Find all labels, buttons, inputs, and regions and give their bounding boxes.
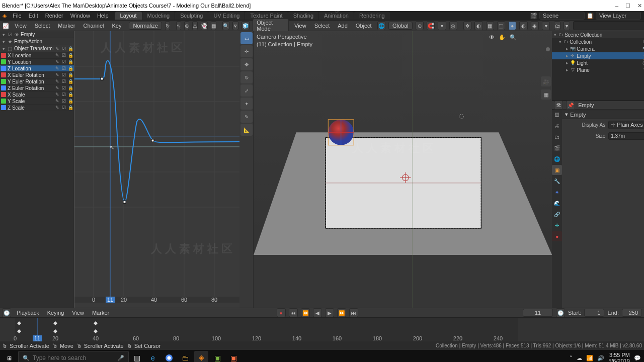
channel-group[interactable]: ▾ ⬚ Object Transforms ✎ ☑ 🔒 (0, 45, 74, 52)
pivot-icon[interactable]: ⊙ (416, 21, 424, 30)
channel-item[interactable]: Z Euler Rotation✎☑🔒 (0, 85, 74, 92)
tray-up-icon[interactable]: ˄ (570, 355, 573, 361)
tool-cursor-icon[interactable]: ✛ (240, 45, 253, 57)
tool-annotate-icon[interactable]: ✎ (240, 111, 253, 123)
normalize-toggle[interactable]: Normalize (129, 22, 162, 30)
outliner-collection[interactable]: ▾🗀 Collection ☑ 👁 ⦾ (552, 38, 644, 45)
search-icon[interactable]: 🔍 (222, 21, 229, 30)
current-frame-field[interactable]: 11 (523, 309, 553, 317)
outliner-tree[interactable]: ▾🗀 Scene Collection ▾🗀 Collection ☑ 👁 ⦾ … (552, 31, 644, 100)
vp-menu-select[interactable]: Select (312, 23, 333, 29)
orientation-icon[interactable]: 🌐 (377, 21, 385, 30)
ge-menu-marker[interactable]: Marker (55, 23, 77, 29)
play-icon[interactable]: ▶ (325, 308, 334, 317)
jump-end-icon[interactable]: ⏭ (349, 308, 358, 317)
channel-item[interactable]: Z Location✎☑🔒 (0, 65, 74, 72)
mute-icon[interactable]: ☑ (61, 46, 66, 51)
outliner-item[interactable]: ▸📷Camera📷👁⦾ (552, 45, 644, 52)
menu-file[interactable]: File (9, 13, 25, 19)
channel-item[interactable]: Y Euler Rotation✎☑🔒 (0, 78, 74, 85)
tab-shading[interactable]: Shading (288, 12, 318, 20)
channel-item[interactable]: Z Scale✎☑🔒 (0, 105, 74, 111)
viewport-canvas[interactable]: Camera Perspective (11) Collection | Emp… (254, 31, 552, 308)
vp-menu-view[interactable]: View (292, 23, 309, 29)
outliner-item[interactable]: ▸✛Empty♢ ▽ ∥👁⦾ (552, 52, 644, 59)
snap-cursor-icon[interactable]: ⊕ (184, 21, 189, 30)
viewlayer-icon[interactable]: 📋 (587, 13, 594, 19)
tl-menu-playback[interactable]: Playback (14, 310, 42, 316)
editor-type-icon[interactable]: 🗂 (554, 21, 560, 30)
jump-start-icon[interactable]: ⏮ (289, 308, 298, 317)
shading-opt-icon[interactable]: ▾ (542, 21, 550, 30)
cursor-tool-icon[interactable]: ↖ (176, 21, 181, 30)
shading-render-icon[interactable]: ◉ (531, 21, 539, 30)
play-rev-icon[interactable]: ◀ (313, 308, 322, 317)
start-button[interactable]: ⊞ (0, 350, 18, 362)
start-field[interactable]: 1 (584, 309, 604, 317)
editor-type-icon[interactable]: 📈 (2, 21, 9, 30)
minimize-icon[interactable]: – (615, 3, 618, 9)
tab-modifier-icon[interactable]: 🔧 (552, 176, 562, 186)
editor-type-icon[interactable]: 🧊 (242, 21, 250, 30)
end-field[interactable]: 250 (622, 309, 642, 317)
handles-icon[interactable]: ▦ (211, 21, 216, 30)
overlay-icon[interactable]: ◐ (474, 21, 482, 30)
chevron-down-icon[interactable]: ▾ (565, 111, 568, 118)
tab-world-icon[interactable]: 🌐 (552, 154, 562, 164)
notifications-icon[interactable]: 💬 (634, 355, 641, 361)
tool-transform-icon[interactable]: ✦ (240, 98, 253, 110)
warn-icon[interactable]: ⚠ (192, 21, 198, 30)
tool-select-icon[interactable]: ▭ (240, 32, 253, 44)
auto-normalize-icon[interactable]: ↻ (165, 21, 170, 30)
volume-icon[interactable]: 🔊 (597, 355, 604, 361)
app-green-icon[interactable]: ▣ (210, 351, 224, 362)
tab-object-icon[interactable]: ▣ (552, 165, 562, 175)
close-icon[interactable]: ✕ (637, 3, 642, 9)
snap-icon[interactable]: 🧲 (427, 21, 435, 30)
tool-move-icon[interactable]: ✥ (240, 58, 253, 70)
ghost-icon[interactable]: 👻 (201, 21, 208, 30)
tab-modeling[interactable]: Modeling (142, 12, 175, 20)
filter-icon[interactable]: ⛛ (232, 21, 238, 30)
outliner-item[interactable]: ▸💡Light◯👁⦾ (552, 59, 644, 66)
taskbar-search[interactable]: 🔍 🎤 (18, 351, 129, 362)
graph-canvas[interactable]: ↖ 0 20 40 60 80 11 (74, 31, 239, 308)
autokey-icon[interactable]: ● (277, 308, 286, 317)
mic-icon[interactable]: 🎤 (117, 355, 124, 361)
ge-menu-channel[interactable]: Channel (80, 23, 106, 29)
app-orange-icon[interactable]: ▣ (226, 351, 240, 362)
channel-item[interactable]: X Euler Rotation✎☑🔒 (0, 72, 74, 78)
display-mode-icon[interactable]: ▾ (564, 21, 570, 30)
cloud-icon[interactable]: ☁ (577, 355, 582, 361)
clock-date[interactable]: 5/6/2019 (608, 358, 630, 362)
zoom-camera-icon[interactable]: 🎥 (541, 76, 551, 86)
channel-list[interactable]: ▾ ☑👁 Empty ▾ ★ EmptyAction ▾ ⬚ Object Tr… (0, 31, 74, 308)
channel-item[interactable]: Y Scale✎☑🔒 (0, 98, 74, 105)
tab-animation[interactable]: Animation (319, 12, 354, 20)
channel-action[interactable]: ▾ ★ EmptyAction (0, 38, 74, 45)
tab-sculpting[interactable]: Sculpting (175, 12, 208, 20)
lock-range-icon[interactable]: 🕑 (556, 308, 565, 317)
pin-icon[interactable]: 📌 (566, 101, 575, 110)
gizmo-icon[interactable]: ✥ (463, 21, 471, 30)
explorer-icon[interactable]: 🗀 (178, 351, 192, 362)
keyframe-next-icon[interactable]: ⏩ (337, 308, 346, 317)
menu-render[interactable]: Render (42, 13, 67, 19)
menu-help[interactable]: Help (94, 13, 112, 19)
menu-window[interactable]: Window (67, 13, 94, 19)
editor-type-icon[interactable]: 🕐 (2, 308, 11, 317)
tab-uv[interactable]: UV Editing (208, 12, 245, 20)
menu-edit[interactable]: Edit (25, 13, 42, 19)
clock-time[interactable]: 3:55 PM (608, 352, 630, 358)
editor-type-icon[interactable]: 🛠 (554, 101, 563, 110)
channel-item[interactable]: X Scale✎☑🔒 (0, 92, 74, 98)
vp-menu-object[interactable]: Object (353, 23, 374, 29)
outliner-item[interactable]: ▸▽Plane▽👁⦾ (552, 66, 644, 73)
edge-icon[interactable]: e (146, 351, 160, 362)
size-field[interactable]: 1.37m (608, 132, 644, 140)
tab-physics-icon[interactable]: 🌊 (552, 198, 562, 208)
ge-menu-key[interactable]: Key (109, 23, 124, 29)
display-as-field[interactable]: ✛ Plain Axes ▾ (608, 121, 644, 129)
tab-constraint-icon[interactable]: 🔗 (552, 209, 562, 219)
ge-menu-select[interactable]: Select (32, 23, 53, 29)
